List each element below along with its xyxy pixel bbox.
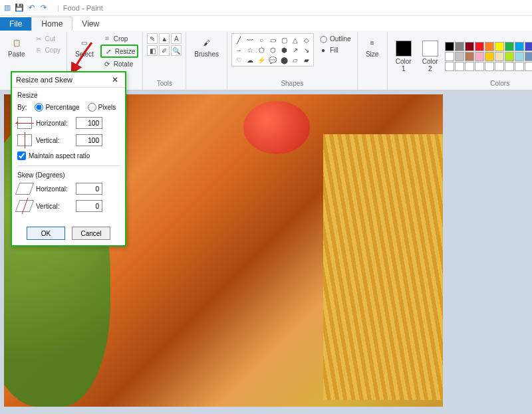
palette-swatch[interactable] — [465, 62, 474, 71]
paste-icon: 📋 — [10, 36, 23, 49]
palette-swatch[interactable] — [475, 52, 484, 61]
palette-swatch[interactable] — [475, 62, 484, 71]
group-colors: Color 1 Color 2 🎨 Edit colors ❖ Edit wit… — [388, 32, 532, 90]
skew-h-input[interactable] — [76, 183, 102, 195]
palette-swatch[interactable] — [505, 42, 514, 51]
text-icon[interactable]: A — [171, 33, 182, 44]
by-label: By: — [17, 104, 27, 111]
shape-fill-button[interactable]: ●Fill — [317, 45, 353, 55]
palette-swatch[interactable] — [485, 62, 494, 71]
rotate-icon: ⟳ — [102, 59, 112, 68]
group-shapes: ╱〰○▭▢△◇ →☆⬠⬡⬢↗↘ ♡☁⚡💬⬤▱▰ ◯Outline ●Fill S… — [227, 32, 358, 90]
color2-button[interactable]: Color 2 — [418, 38, 442, 75]
outline-icon: ◯ — [319, 34, 328, 43]
brush-icon: 🖌 — [200, 36, 213, 49]
resize-h-input[interactable] — [76, 117, 102, 129]
redo-icon[interactable]: ↷ — [39, 3, 48, 13]
radio-pixels[interactable]: Pixels — [88, 103, 116, 112]
color-palette[interactable] — [445, 42, 532, 71]
palette-swatch[interactable] — [495, 62, 504, 71]
tab-home[interactable]: Home — [31, 17, 72, 31]
palette-swatch[interactable] — [515, 62, 524, 71]
palette-swatch[interactable] — [505, 52, 514, 61]
outline-button[interactable]: ◯Outline — [317, 33, 353, 44]
maintain-aspect-checkbox[interactable] — [17, 152, 26, 160]
menu-tabs: File Home View — [0, 16, 532, 31]
group-label: Colors — [490, 80, 509, 88]
tab-view[interactable]: View — [72, 17, 108, 31]
brushes-button[interactable]: 🖌 Brushes — [190, 33, 223, 60]
skew-v-icon — [15, 200, 35, 212]
window-title: Food - Paint — [63, 4, 103, 12]
group-tools: ✎ ▲ A ◧ ✐ 🔍 Tools — [143, 32, 186, 90]
zoom-icon[interactable]: 🔍 — [171, 45, 182, 56]
palette-swatch[interactable] — [495, 52, 504, 61]
resize-v-icon — [17, 134, 32, 146]
tab-file[interactable]: File — [0, 17, 31, 31]
paste-button[interactable]: 📋 Paste — [4, 33, 29, 60]
palette-swatch[interactable] — [515, 42, 524, 51]
skew-section-label: Skew (Degrees) — [17, 171, 120, 179]
rotate-button[interactable]: ⟳Rotate — [100, 58, 139, 69]
palette-swatch[interactable] — [445, 42, 454, 51]
select-button[interactable]: ▭ Select — [71, 33, 98, 60]
palette-swatch[interactable] — [455, 42, 464, 51]
palette-swatch[interactable] — [485, 52, 494, 61]
maintain-aspect-label: Maintain aspect ratio — [29, 152, 90, 159]
resize-v-input[interactable] — [76, 134, 102, 146]
palette-swatch[interactable] — [495, 42, 504, 51]
size-button[interactable]: ≡ Size — [362, 33, 383, 60]
title-bar: ▥ 💾 ↶ ↷ | Food - Paint — [0, 0, 532, 16]
skew-v-input[interactable] — [76, 200, 102, 212]
palette-swatch[interactable] — [445, 62, 454, 71]
color1-swatch — [396, 41, 412, 56]
copy-icon: ⎘ — [34, 45, 43, 54]
cancel-button[interactable]: Cancel — [72, 227, 110, 240]
resize-button[interactable]: ⤢Resize — [100, 45, 139, 58]
group-label: Shapes — [281, 80, 303, 88]
ok-button[interactable]: OK — [27, 227, 65, 240]
resize-skew-dialog: Resize and Skew ✕ Resize By: Percentage … — [11, 71, 126, 247]
palette-swatch[interactable] — [485, 42, 494, 51]
fill-icon[interactable]: ▲ — [159, 33, 170, 44]
color2-swatch — [422, 41, 438, 56]
cut-button[interactable]: ✂Cut — [32, 33, 63, 44]
eraser-icon[interactable]: ◧ — [147, 45, 158, 56]
palette-swatch[interactable] — [465, 42, 474, 51]
crop-icon: ⌗ — [102, 34, 112, 43]
copy-button[interactable]: ⎘Copy — [32, 45, 63, 55]
qat-icon: ▥ — [3, 3, 12, 13]
palette-swatch[interactable] — [525, 52, 532, 61]
undo-icon[interactable]: ↶ — [27, 3, 36, 13]
dialog-title: Resize and Skew — [16, 76, 72, 84]
radio-percentage[interactable]: Percentage — [35, 103, 79, 112]
resize-icon: ⤢ — [104, 47, 113, 56]
palette-swatch[interactable] — [505, 62, 514, 71]
fill-shape-icon: ● — [319, 45, 328, 54]
palette-swatch[interactable] — [455, 62, 464, 71]
palette-swatch[interactable] — [445, 52, 454, 61]
shapes-gallery[interactable]: ╱〰○▭▢△◇ →☆⬠⬡⬢↗↘ ♡☁⚡💬⬤▱▰ — [231, 33, 314, 66]
palette-swatch[interactable] — [475, 42, 484, 51]
palette-swatch[interactable] — [455, 52, 464, 61]
palette-swatch[interactable] — [515, 52, 524, 61]
palette-swatch[interactable] — [525, 62, 532, 71]
group-size: ≡ Size — [358, 32, 388, 90]
picker-icon[interactable]: ✐ — [159, 45, 170, 56]
pencil-icon[interactable]: ✎ — [147, 33, 158, 44]
save-icon[interactable]: 💾 — [15, 3, 24, 13]
resize-h-label: Horizontal: — [36, 120, 72, 127]
skew-h-label: Horizontal: — [36, 185, 72, 193]
resize-h-icon — [17, 117, 32, 129]
select-icon: ▭ — [78, 36, 91, 49]
skew-h-icon — [15, 183, 35, 195]
group-label — [371, 80, 373, 88]
close-button[interactable]: ✕ — [109, 75, 121, 84]
crop-button[interactable]: ⌗Crop — [100, 33, 139, 44]
palette-swatch[interactable] — [465, 52, 474, 61]
palette-swatch[interactable] — [525, 42, 532, 51]
resize-section-label: Resize — [17, 92, 120, 99]
color1-button[interactable]: Color 1 — [392, 38, 416, 75]
divider: | — [57, 4, 59, 12]
canvas-decor — [243, 101, 310, 154]
